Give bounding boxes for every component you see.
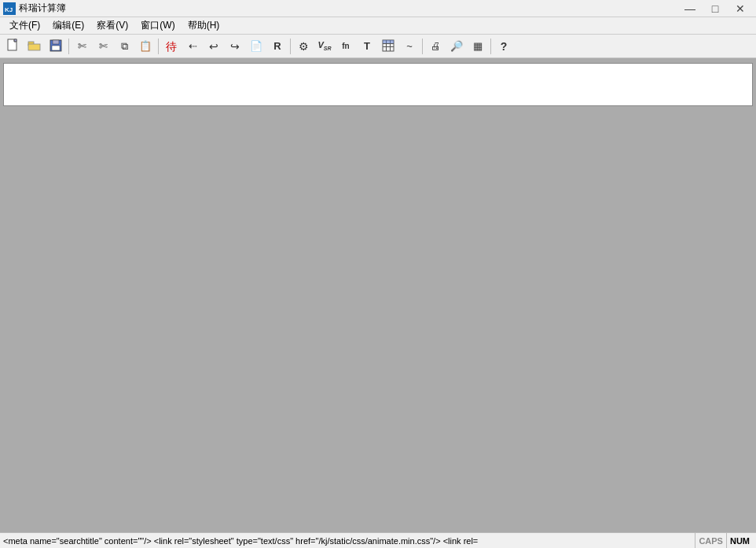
print-icon: 🖨 [431, 41, 441, 51]
toolbar-open-btn[interactable] [24, 37, 45, 56]
menu-help[interactable]: 帮助(H) [182, 17, 226, 34]
cut1-icon: ✄ [78, 41, 86, 51]
doc-icon: 📄 [250, 41, 262, 51]
toolbar-sep-4 [422, 39, 423, 54]
status-left: <meta name="searchtitle" content=""/> <l… [3, 536, 695, 546]
document-area[interactable] [3, 63, 753, 106]
toolbar-tool1-btn[interactable]: ⇠ [182, 37, 203, 56]
menu-file[interactable]: 文件(F) [3, 17, 46, 34]
toolbar-undo-btn[interactable]: ↩ [204, 37, 224, 56]
new-doc-icon [6, 39, 20, 54]
toolbar-copy-btn[interactable]: ⧉ [114, 37, 134, 56]
help-icon: ? [501, 41, 508, 52]
status-text: <meta name="searchtitle" content=""/> <l… [3, 536, 478, 546]
toolbar-fn-btn[interactable]: fn [336, 37, 356, 56]
toolbar-sep-3 [290, 39, 291, 54]
toolbar-v-btn[interactable]: VSR [314, 37, 335, 56]
menu-window[interactable]: 窗口(W) [134, 17, 181, 34]
tool1-icon: ⇠ [189, 41, 197, 51]
open-icon [28, 39, 42, 54]
toolbar-preview-btn[interactable]: 🔎 [446, 37, 467, 56]
title-left: KJ 科瑞计算簿 [3, 2, 66, 15]
toolbar: ✄ ✄ ⧉ 📋 待 ⇠ ↩ ↪ 📄 R ⚙ VSR fn T [0, 35, 756, 58]
menu-bar: 文件(F) 编辑(E) 察看(V) 窗口(W) 帮助(H) [0, 17, 756, 35]
toolbar-special-btn[interactable]: 待 [161, 37, 182, 56]
caps-indicator: CAPS [695, 533, 726, 549]
paste-icon: 📋 [139, 41, 152, 51]
window-title: 科瑞计算簿 [19, 2, 66, 15]
status-indicators: CAPS NUM [695, 533, 753, 549]
svg-rect-6 [53, 40, 59, 44]
grid-icon: ▦ [473, 41, 483, 51]
main-area [0, 58, 756, 532]
toolbar-paste-btn[interactable]: 📋 [135, 37, 156, 56]
toolbar-redo-btn[interactable]: ↪ [225, 37, 245, 56]
close-button[interactable]: ✕ [728, 0, 753, 17]
toolbar-new-btn[interactable] [3, 37, 24, 56]
toolbar-grid-btn[interactable]: ▦ [468, 37, 488, 56]
toolbar-sep-1 [68, 39, 69, 54]
wave-icon: ~ [406, 41, 413, 51]
window-controls: — □ ✕ [677, 0, 753, 17]
redo-icon: ↪ [230, 41, 240, 52]
special-icon: 待 [166, 41, 177, 52]
svg-rect-13 [383, 40, 394, 43]
gear-icon: ⚙ [299, 41, 309, 52]
toolbar-wave-btn[interactable]: ~ [399, 37, 420, 56]
svg-rect-9 [383, 43, 394, 44]
menu-edit[interactable]: 编辑(E) [46, 17, 90, 34]
toolbar-table-btn[interactable] [378, 37, 398, 56]
toolbar-sep-2 [158, 39, 159, 54]
save-icon [49, 39, 63, 54]
toolbar-doc-btn[interactable]: 📄 [246, 37, 266, 56]
num-indicator: NUM [726, 533, 753, 549]
toolbar-save-btn[interactable] [46, 37, 66, 56]
svg-rect-4 [28, 44, 40, 50]
menu-view[interactable]: 察看(V) [90, 17, 134, 34]
fn-icon: fn [342, 42, 349, 50]
toolbar-help-btn[interactable]: ? [494, 37, 514, 56]
toolbar-gear-btn[interactable]: ⚙ [293, 37, 314, 56]
r-icon: R [273, 41, 281, 51]
app-icon: KJ [3, 2, 16, 15]
svg-rect-10 [383, 46, 394, 47]
svg-rect-7 [52, 46, 60, 50]
toolbar-cut1-btn[interactable]: ✄ [72, 37, 92, 56]
svg-text:KJ: KJ [5, 6, 13, 13]
cut2-icon: ✄ [99, 41, 108, 51]
t-icon: T [364, 41, 370, 51]
toolbar-print-btn[interactable]: 🖨 [425, 37, 446, 56]
table-icon [382, 39, 395, 53]
toolbar-sep-5 [490, 39, 491, 54]
preview-icon: 🔎 [450, 41, 463, 51]
undo-icon: ↩ [209, 41, 218, 52]
v-icon: VSR [317, 41, 331, 51]
title-bar: KJ 科瑞计算簿 — □ ✕ [0, 0, 756, 17]
status-right: CAPS NUM [695, 533, 753, 549]
copy-icon: ⧉ [121, 41, 128, 51]
toolbar-t-btn[interactable]: T [357, 37, 377, 56]
maximize-button[interactable]: □ [703, 0, 728, 17]
toolbar-cut2-btn[interactable]: ✄ [93, 37, 113, 56]
toolbar-r-btn[interactable]: R [267, 37, 288, 56]
status-bar: <meta name="searchtitle" content=""/> <l… [0, 532, 756, 548]
minimize-button[interactable]: — [677, 0, 703, 17]
